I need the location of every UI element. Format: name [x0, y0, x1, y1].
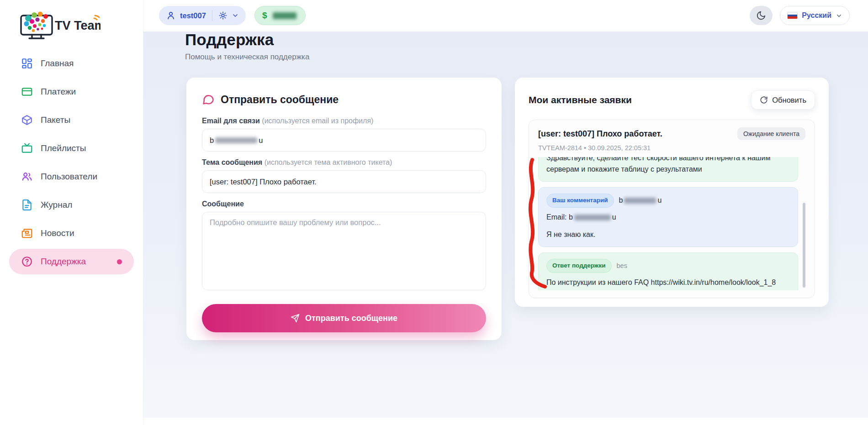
sidebar-item-label: Платежи [41, 87, 76, 97]
page-subtitle: Помощь и техническая поддержка [185, 52, 309, 62]
redacted-email [215, 137, 257, 143]
notification-dot [117, 259, 122, 264]
chevron-down-icon[interactable] [232, 12, 239, 19]
divider [212, 10, 212, 21]
sidebar: TV Team Главная Платежи Пакеты Плейлисты… [0, 0, 143, 425]
support-reply-message: Ответ поддержки bes По инструкции из наш… [538, 252, 798, 290]
moon-icon [756, 10, 766, 21]
sidebar-item-journal[interactable]: Журнал [9, 192, 134, 218]
help-icon [21, 256, 33, 268]
user-comment-badge: Ваш комментарий [546, 194, 614, 208]
users-icon [21, 171, 33, 183]
sidebar-item-label: Плейлисты [41, 143, 86, 153]
gear-icon[interactable] [218, 11, 228, 20]
balance-amount-redacted [273, 12, 296, 19]
page-title: Поддержка [185, 31, 309, 49]
document-icon [21, 199, 33, 211]
form-title: Отправить сообщение [221, 94, 339, 106]
sidebar-item-packages[interactable]: Пакеты [9, 107, 134, 133]
active-tickets-card: Мои активные заявки Обновить [user: test… [515, 78, 829, 307]
app-logo[interactable]: TV Team [18, 8, 143, 40]
ticket-messages[interactable]: Здравствуйте, сделайте тест скорости ваш… [538, 157, 805, 290]
sidebar-item-playlists[interactable]: Плейлисты [9, 136, 134, 161]
balance-badge[interactable]: $ [254, 6, 306, 25]
sidebar-item-home[interactable]: Главная [9, 51, 134, 76]
subject-label: Тема сообщения (используется тема активн… [202, 158, 486, 167]
refresh-button[interactable]: Обновить [751, 90, 815, 110]
subject-input[interactable] [202, 170, 486, 193]
news-icon [21, 227, 33, 239]
tv-icon [21, 142, 33, 154]
sidebar-item-label: Журнал [41, 200, 72, 210]
send-icon [291, 314, 300, 323]
dark-mode-toggle[interactable] [750, 6, 773, 25]
sidebar-item-label: Пакеты [41, 115, 70, 125]
sidebar-item-label: Поддержка [41, 257, 86, 267]
username: test007 [180, 11, 206, 20]
svg-text:TV Team: TV Team [55, 19, 101, 32]
redacted-email [624, 198, 656, 204]
user-menu[interactable]: test007 [159, 6, 246, 25]
send-message-button[interactable]: Отправить сообщение [202, 304, 486, 332]
chat-bubble-icon [202, 93, 215, 106]
message-label: Сообщение [202, 200, 486, 208]
user-message: Ваш комментарий bu Email: bu Я не знаю к… [538, 187, 798, 247]
sidebar-item-label: Пользователи [41, 172, 97, 182]
user-icon [166, 10, 176, 21]
refresh-icon [760, 96, 768, 104]
sidebar-item-label: Главная [41, 58, 74, 68]
message-textarea[interactable] [202, 212, 486, 290]
language-label: Русский [802, 11, 831, 20]
sidebar-item-users[interactable]: Пользователи [9, 164, 134, 189]
package-icon [21, 114, 33, 126]
redacted-email [574, 215, 611, 220]
russia-flag-icon [787, 12, 798, 19]
sidebar-item-label: Новости [41, 228, 74, 238]
dashboard-icon [21, 58, 33, 69]
messages-scrollbar[interactable] [803, 203, 805, 288]
sidebar-item-payments[interactable]: Платежи [9, 79, 134, 105]
dollar-icon: $ [262, 10, 267, 21]
support-author: bes [617, 261, 627, 271]
sidebar-item-support[interactable]: Поддержка [9, 249, 134, 274]
support-message: Здравствуйте, сделайте тест скорости ваш… [538, 157, 798, 182]
email-input[interactable]: bu [202, 129, 486, 152]
card-icon [21, 86, 33, 98]
ticket-subject: [user: test007] Плохо работает. [538, 129, 662, 139]
sidebar-nav: Главная Платежи Пакеты Плейлисты Пользов… [0, 48, 143, 277]
tickets-title: Мои активные заявки [529, 94, 632, 105]
email-label: Email для связи (используется email из п… [202, 117, 486, 125]
ticket-meta: TVTEAM-2814 • 30.09.2025, 22:05:31 [538, 144, 805, 152]
chevron-down-icon [836, 12, 842, 19]
sidebar-item-news[interactable]: Новости [9, 220, 134, 246]
ticket-status-badge: Ожидание клиента [737, 127, 805, 140]
ticket-item[interactable]: [user: test007] Плохо работает. Ожидание… [529, 120, 815, 298]
send-message-card: Отправить сообщение Email для связи (исп… [186, 78, 502, 340]
language-selector[interactable]: Русский [780, 6, 850, 25]
support-reply-badge: Ответ поддержки [546, 259, 612, 273]
